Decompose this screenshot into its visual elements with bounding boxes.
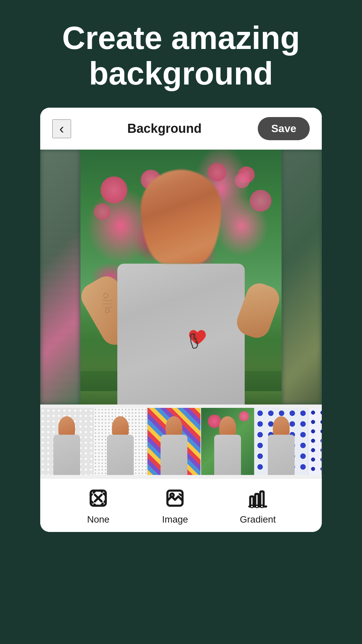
pattern-thumb-white-dots[interactable] bbox=[40, 408, 94, 475]
pattern-thumb-blue-dots-sm[interactable] bbox=[308, 408, 322, 475]
tool-none[interactable]: None bbox=[86, 486, 110, 525]
svg-point-11 bbox=[256, 505, 258, 508]
header-title: Background bbox=[127, 121, 202, 136]
shirt-design bbox=[181, 324, 214, 364]
bottom-toolbar: None Image bbox=[40, 478, 322, 532]
patterns-strip[interactable] bbox=[40, 405, 322, 478]
hair bbox=[141, 170, 221, 264]
app-card: ‹ Background Save bbox=[40, 108, 322, 532]
svg-point-12 bbox=[261, 505, 263, 508]
svg-rect-6 bbox=[250, 496, 254, 506]
svg-point-10 bbox=[251, 505, 253, 508]
save-button[interactable]: Save bbox=[258, 117, 310, 140]
back-chevron-icon: ‹ bbox=[59, 122, 64, 136]
main-photo bbox=[80, 150, 282, 405]
bg-panel-right bbox=[282, 150, 322, 405]
canvas-area bbox=[40, 150, 322, 405]
image-edit-icon bbox=[163, 486, 187, 510]
tool-gradient[interactable]: Gradient bbox=[240, 486, 276, 525]
tool-gradient-label: Gradient bbox=[240, 514, 276, 525]
pattern-thumb-colored-stripes[interactable] bbox=[147, 408, 201, 475]
svg-rect-8 bbox=[260, 491, 264, 506]
pattern-thumb-small-dots[interactable] bbox=[94, 408, 147, 475]
back-button[interactable]: ‹ bbox=[52, 119, 71, 138]
tool-image[interactable]: Image bbox=[162, 486, 188, 525]
svg-rect-7 bbox=[255, 494, 259, 505]
tattoo bbox=[99, 290, 119, 317]
hero-title: Create amazing background bbox=[0, 0, 362, 108]
shirt bbox=[117, 264, 245, 405]
tool-image-label: Image bbox=[162, 514, 188, 525]
bg-panel-left bbox=[40, 150, 80, 405]
app-header: ‹ Background Save bbox=[40, 108, 322, 150]
pattern-thumb-blue-dots-lg[interactable] bbox=[255, 408, 308, 475]
no-image-icon bbox=[86, 486, 110, 510]
pattern-thumb-garden[interactable] bbox=[201, 408, 255, 475]
gradient-icon bbox=[246, 486, 270, 510]
svg-point-0 bbox=[105, 309, 109, 313]
tool-none-label: None bbox=[87, 514, 110, 525]
